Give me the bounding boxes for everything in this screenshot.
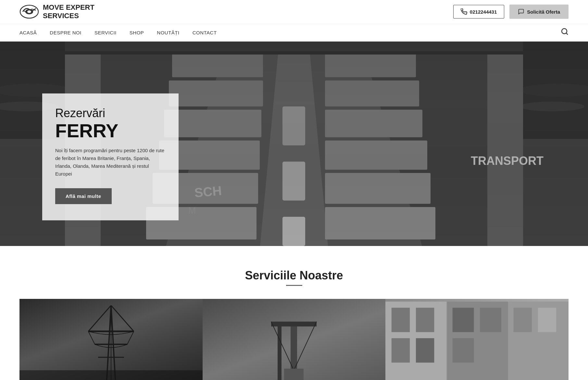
svg-rect-25 [325, 207, 435, 239]
nav-item-noutati[interactable]: NOUTĂȚI [157, 24, 179, 41]
svg-rect-23 [325, 141, 427, 170]
service-card-1[interactable] [19, 299, 203, 380]
svg-line-37 [111, 305, 116, 380]
container-image [385, 299, 569, 380]
svg-point-2 [27, 10, 31, 13]
train-image [245, 305, 343, 380]
main-nav: ACASĂ DESPRE NOI SERVICII SHOP NOUTĂȚI C… [0, 24, 588, 42]
svg-rect-26 [282, 106, 305, 145]
svg-rect-61 [480, 308, 502, 332]
nav-item-shop[interactable]: SHOP [130, 24, 144, 41]
svg-rect-28 [282, 217, 305, 246]
svg-rect-35 [65, 42, 523, 51]
logo-icon [19, 4, 39, 20]
nav-link-contact[interactable]: CONTACT [193, 24, 217, 41]
svg-text:SCH: SCH [194, 183, 222, 200]
nav-item-acasa[interactable]: ACASĂ [19, 24, 37, 41]
svg-rect-47 [271, 322, 317, 326]
svg-line-42 [88, 305, 111, 331]
svg-rect-57 [416, 308, 434, 332]
svg-rect-16 [164, 110, 261, 137]
phone-button[interactable]: 0212244431 [453, 5, 504, 18]
svg-line-45 [127, 331, 134, 344]
oferta-label: Solicită Oferta [527, 9, 560, 15]
oferta-icon [518, 8, 524, 15]
nav-item-despre[interactable]: DESPRE NOI [50, 24, 81, 41]
svg-point-11 [519, 102, 584, 111]
header-actions: 0212244431 Solicită Oferta [453, 5, 569, 19]
svg-line-43 [111, 305, 134, 331]
svg-line-36 [106, 305, 111, 380]
svg-line-44 [88, 331, 95, 344]
logo-text: MOVE EXPERT SERVICES [43, 3, 94, 20]
nav-link-acasa[interactable]: ACASĂ [19, 24, 37, 41]
tower-image [79, 305, 144, 380]
svg-rect-51 [284, 369, 304, 380]
nav-link-despre[interactable]: DESPRE NOI [50, 24, 81, 41]
logo[interactable]: MOVE EXPERT SERVICES [19, 3, 94, 20]
svg-rect-58 [392, 338, 410, 362]
nav-item-contact[interactable]: CONTACT [193, 24, 217, 41]
hero-section: SCH M TRANSPORT Rezervări FERRY Noi îți … [0, 42, 588, 246]
oferta-button[interactable]: Solicită Oferta [509, 5, 569, 19]
svg-rect-14 [172, 51, 263, 77]
service-card-3[interactable] [385, 299, 569, 380]
nav-link-servicii[interactable]: SERVICII [94, 24, 117, 41]
nav-link-noutati[interactable]: NOUTĂȚI [157, 24, 179, 41]
svg-line-4 [566, 33, 568, 34]
nav-links: ACASĂ DESPRE NOI SERVICII SHOP NOUTĂȚI C… [19, 24, 217, 41]
svg-line-50 [294, 322, 317, 370]
site-header: MOVE EXPERT SERVICES 0212244431 Solicită… [0, 0, 588, 24]
svg-rect-64 [538, 308, 556, 332]
svg-rect-24 [325, 173, 431, 204]
svg-text:TRANSPORT: TRANSPORT [471, 154, 544, 167]
svg-line-49 [271, 322, 294, 370]
services-section: Serviciile Noastre [0, 246, 588, 380]
hero-title-big: FERRY [55, 121, 166, 140]
svg-rect-63 [514, 308, 532, 332]
nav-link-shop[interactable]: SHOP [130, 24, 144, 41]
svg-rect-30 [487, 42, 523, 246]
hero-card: Rezervări FERRY Noi îți facem programări… [42, 93, 179, 220]
svg-rect-60 [453, 308, 474, 332]
svg-rect-62 [453, 338, 474, 362]
svg-rect-20 [325, 51, 416, 77]
phone-number: 0212244431 [470, 9, 497, 15]
afla-button[interactable]: Află mai multe [55, 188, 112, 204]
svg-rect-56 [392, 308, 410, 332]
search-icon[interactable] [561, 28, 569, 37]
svg-rect-59 [416, 338, 434, 362]
services-title: Serviciile Noastre [19, 269, 569, 282]
services-divider [286, 285, 302, 286]
svg-rect-22 [325, 110, 422, 137]
hero-description: Noi îți facem programări pentru peste 12… [55, 147, 166, 178]
service-card-2[interactable] [203, 299, 386, 380]
phone-icon [461, 8, 467, 15]
services-grid [19, 299, 569, 380]
svg-rect-21 [325, 80, 419, 106]
svg-rect-46 [278, 325, 281, 380]
hero-title-small: Rezervări [55, 106, 166, 120]
svg-text:M: M [188, 205, 196, 215]
svg-rect-27 [282, 162, 305, 201]
svg-rect-15 [169, 80, 263, 106]
nav-item-servicii[interactable]: SERVICII [94, 24, 117, 41]
